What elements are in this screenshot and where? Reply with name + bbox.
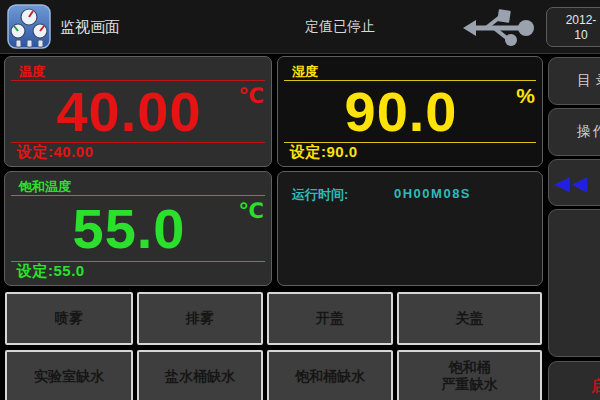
double-left-arrow-icon: ◀◀: [555, 171, 590, 195]
humidity-value: 90.0: [286, 81, 516, 142]
date-line2: 10: [547, 28, 600, 43]
date-line1: 2012-: [547, 13, 600, 28]
saturation-bucket-severe-shortage-indicator[interactable]: 饱和桶严重缺水: [397, 350, 542, 400]
runtime-panel: 运行时间: 0H00M08S: [277, 171, 543, 286]
top-bar: 监视画面 定值已停止 2012- 10: [0, 0, 600, 54]
humidity-setpoint[interactable]: 设定:90.0: [290, 143, 358, 162]
saturation-temperature-label: 饱和温度: [19, 178, 71, 196]
saltwater-bucket-shortage-indicator[interactable]: 盐水桶缺水: [137, 350, 263, 400]
menu-button[interactable]: 目录: [548, 57, 600, 105]
saturation-temperature-value: 55.0: [13, 196, 245, 261]
temperature-unit: ℃: [239, 84, 264, 108]
saturation-temperature-unit: ℃: [239, 199, 264, 223]
blank-side-button[interactable]: [548, 209, 600, 357]
saturation-bucket-shortage-indicator[interactable]: 饱和桶缺水: [267, 350, 393, 400]
temperature-value: 40.00: [13, 81, 245, 142]
run-status-text: 定值已停止: [255, 0, 425, 53]
open-lid-button[interactable]: 开盖: [267, 292, 393, 345]
humidity-panel: 湿度 90.0 % 设定:90.0: [277, 56, 543, 167]
runtime-label: 运行时间:: [292, 186, 348, 204]
runtime-value: 0H00M08S: [394, 186, 471, 201]
start-button[interactable]: 启动: [548, 361, 600, 400]
hmi-monitor-screen: 监视画面 定值已停止 2012- 10 温度 40.00 ℃ 设定:40.00: [0, 0, 600, 400]
spray-button[interactable]: 喷雾: [5, 292, 133, 345]
temperature-setpoint[interactable]: 设定:40.00: [17, 143, 94, 162]
temperature-label: 温度: [19, 63, 45, 81]
datetime-display[interactable]: 2012- 10: [546, 7, 600, 47]
humidity-unit: %: [516, 84, 535, 108]
page-back-button[interactable]: ◀◀: [548, 159, 600, 206]
temperature-panel: 温度 40.00 ℃ 设定:40.00: [4, 56, 272, 167]
usb-icon: [462, 8, 536, 48]
close-lid-button[interactable]: 关盖: [397, 292, 542, 345]
gauges-icon: [7, 4, 51, 49]
exhaust-fog-button[interactable]: 排雾: [137, 292, 263, 345]
operation-button[interactable]: 操作: [548, 108, 600, 156]
saturation-temperature-panel: 饱和温度 55.0 ℃ 设定:55.0: [4, 171, 272, 286]
humidity-label: 湿度: [292, 63, 318, 81]
page-title: 监视画面: [60, 0, 120, 53]
lab-water-shortage-indicator[interactable]: 实验室缺水: [5, 350, 133, 400]
saturation-temperature-setpoint[interactable]: 设定:55.0: [17, 262, 85, 281]
